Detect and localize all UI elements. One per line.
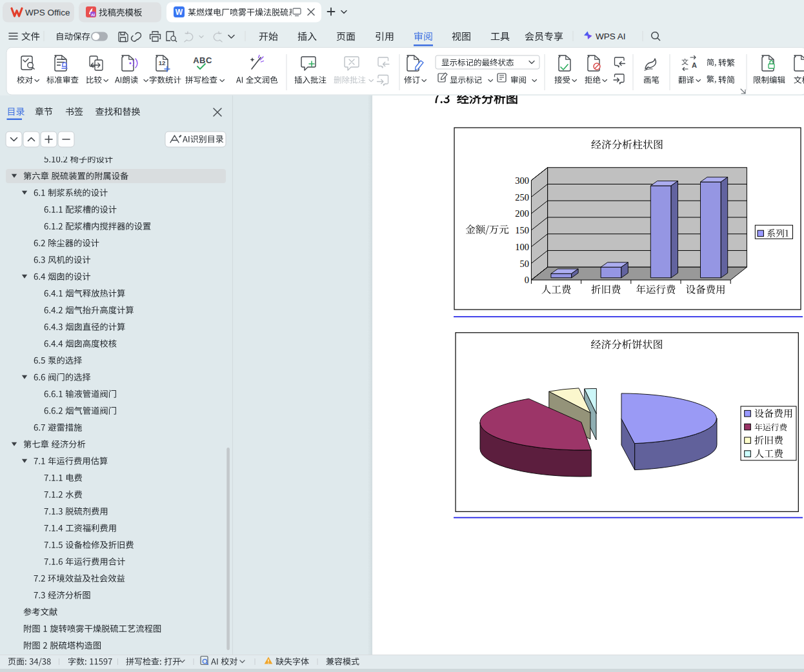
svg-text:300: 300: [515, 175, 529, 186]
svg-text:12: 12: [159, 59, 166, 66]
svg-text:ABC: ABC: [193, 55, 212, 65]
svg-text:250: 250: [515, 192, 529, 203]
svg-text:WPS Office: WPS Office: [25, 8, 70, 17]
svg-text:150: 150: [515, 225, 529, 235]
svg-text:0: 0: [525, 275, 529, 285]
svg-text:W: W: [176, 8, 183, 17]
svg-text:WPS AI: WPS AI: [596, 32, 626, 41]
svg-text:100: 100: [515, 242, 529, 252]
svg-text:200: 200: [515, 208, 529, 219]
svg-text:50: 50: [520, 259, 530, 269]
svg-text:AI: AI: [91, 13, 95, 17]
svg-text:A: A: [692, 61, 697, 69]
